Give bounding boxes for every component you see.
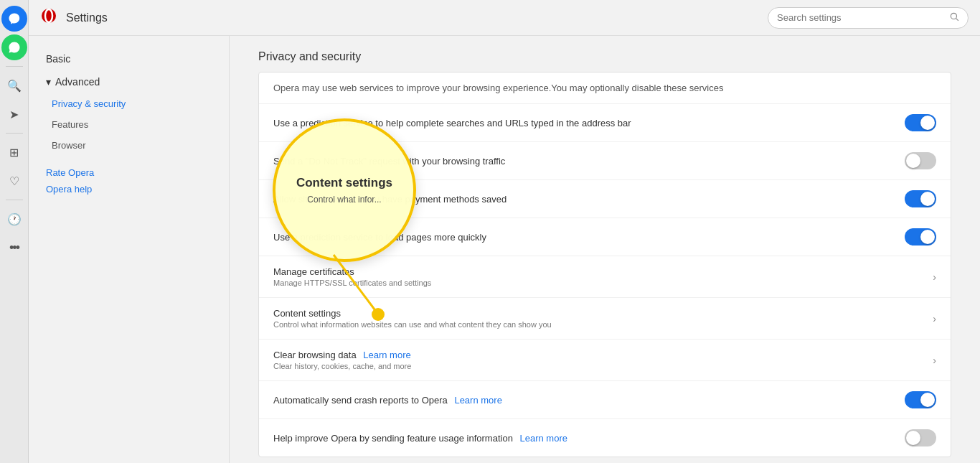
content-settings-text-block: Content settings Control what informatio… <box>273 308 552 329</box>
svg-point-2 <box>951 13 956 19</box>
content-settings-subtext: Control what information websites can us… <box>273 320 552 329</box>
section-title: Privacy and security <box>258 50 951 63</box>
payment-toggle[interactable] <box>905 190 936 207</box>
settings-row-feature-usage: Help improve Opera by sending feature us… <box>259 419 951 457</box>
chevron-down-icon: ▾ <box>46 76 51 88</box>
sidebar-item-browser[interactable]: Browser <box>29 135 229 156</box>
search-input[interactable] <box>777 12 943 23</box>
do-not-track-toggle[interactable] <box>905 152 936 169</box>
more-icon[interactable]: ••• <box>1 235 27 261</box>
callout-description: Control what infor... <box>307 195 381 205</box>
discover-icon[interactable]: ➤ <box>1 101 27 127</box>
callout-overlay: Content settings Control what infor... <box>273 118 416 262</box>
settings-row-info: Opera may use web services to improve yo… <box>259 73 951 104</box>
sidebar-item-basic[interactable]: Basic <box>29 47 229 70</box>
clear-browsing-text-block: Clear browsing data Learn more Clear his… <box>273 350 411 370</box>
content-settings-label: Content settings <box>273 308 552 319</box>
sidebar-links: Rate Opera Opera help <box>29 156 229 206</box>
callout-title: Content settings <box>296 176 392 190</box>
sidebar-item-privacy[interactable]: Privacy & security <box>29 93 229 114</box>
favorites-icon[interactable]: ♡ <box>1 168 27 194</box>
search-icon <box>949 11 959 24</box>
divider-3 <box>6 200 23 200</box>
opera-logo <box>40 7 57 29</box>
divider-2 <box>6 133 23 134</box>
extensions-icon[interactable]: ⊞ <box>1 139 27 165</box>
messenger-icon[interactable] <box>1 6 27 32</box>
prediction-search-toggle[interactable] <box>905 114 936 131</box>
body-container: Basic ▾ Advanced Privacy & security Feat… <box>29 36 980 463</box>
whatsapp-icon[interactable] <box>1 34 27 60</box>
sidebar: Basic ▾ Advanced Privacy & security Feat… <box>29 36 230 463</box>
sidebar-item-features[interactable]: Features <box>29 114 229 135</box>
clear-browsing-subtext: Clear history, cookies, cache, and more <box>273 362 411 370</box>
clear-browsing-learn-more-link[interactable]: Learn more <box>363 350 410 360</box>
clear-browsing-label: Clear browsing data Learn more <box>273 350 411 360</box>
svg-point-5 <box>372 308 385 321</box>
feature-usage-toggle[interactable] <box>905 429 936 446</box>
info-text: Opera may use web services to improve yo… <box>273 83 723 93</box>
header-title: Settings <box>66 11 108 24</box>
settings-row-clear-browsing[interactable]: Clear browsing data Learn more Clear his… <box>259 340 951 381</box>
crash-reports-label: Automatically send crash reports to Oper… <box>273 395 905 406</box>
callout-arrow <box>334 255 405 327</box>
divider-1 <box>6 66 23 67</box>
crash-reports-toggle[interactable] <box>905 391 936 408</box>
prediction-pages-toggle[interactable] <box>905 228 936 245</box>
svg-point-0 <box>42 9 56 23</box>
search-nav-icon[interactable]: 🔍 <box>1 73 27 98</box>
svg-line-4 <box>334 255 377 312</box>
search-box[interactable] <box>768 7 969 29</box>
settings-row-crash-reports: Automatically send crash reports to Oper… <box>259 381 951 419</box>
rate-opera-link[interactable]: Rate Opera <box>46 167 212 178</box>
crash-reports-learn-more-link[interactable]: Learn more <box>454 395 501 406</box>
svg-line-3 <box>956 18 958 20</box>
feature-usage-label: Help improve Opera by sending feature us… <box>273 433 905 444</box>
content-area: Privacy and security Opera may use web s… <box>230 36 980 463</box>
opera-help-link[interactable]: Opera help <box>46 184 212 195</box>
main-container: Settings Basic ▾ Advanced Privacy & secu… <box>29 0 980 463</box>
clear-browsing-chevron-icon: › <box>933 355 936 366</box>
certificates-chevron-icon: › <box>933 271 936 283</box>
header: Settings <box>29 0 980 36</box>
feature-usage-learn-more-link[interactable]: Learn more <box>519 433 567 444</box>
content-settings-chevron-icon: › <box>933 313 936 324</box>
callout-circle: Content settings Control what infor... <box>273 118 416 262</box>
icon-bar: 🔍 ➤ ⊞ ♡ 🕐 ••• <box>0 0 29 463</box>
history-icon[interactable]: 🕐 <box>1 206 27 232</box>
sidebar-item-advanced[interactable]: ▾ Advanced <box>29 70 229 93</box>
